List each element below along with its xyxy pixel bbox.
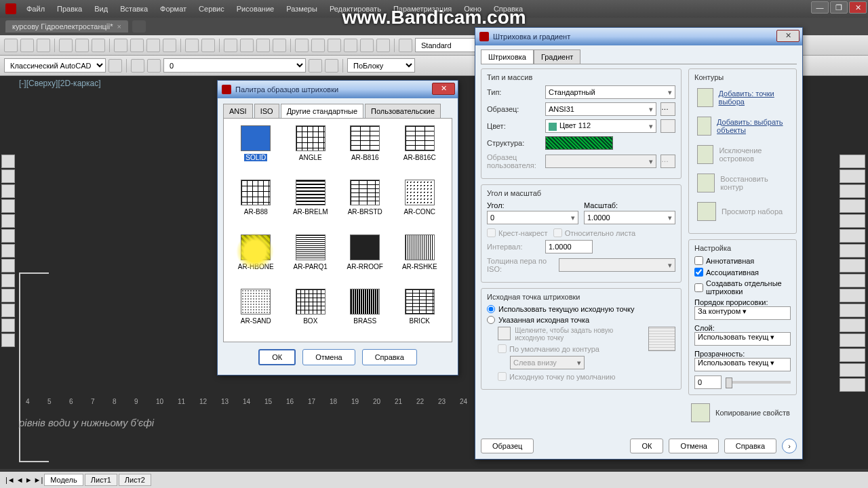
props-icon[interactable] bbox=[295, 39, 309, 52]
origin-current-radio[interactable] bbox=[487, 305, 495, 313]
zoom-window-icon[interactable] bbox=[256, 39, 270, 52]
color-select[interactable]: Цвет 112▾ bbox=[545, 119, 656, 133]
type-select[interactable]: Стандартный▾ bbox=[545, 85, 675, 99]
swatch-arparq1[interactable]: AR-PARQ1 bbox=[285, 235, 336, 281]
layer-filter-icon[interactable] bbox=[147, 59, 161, 73]
workspace-select[interactable]: Классический AutoCAD bbox=[4, 58, 106, 73]
layer-state-icon[interactable] bbox=[325, 59, 338, 73]
polygon-tool-icon[interactable] bbox=[1, 184, 15, 198]
swatch-box[interactable]: BOX bbox=[285, 289, 336, 335]
menu-param[interactable]: Параметризация bbox=[387, 5, 458, 13]
cut-icon[interactable] bbox=[114, 39, 127, 52]
layer-select[interactable]: 0 bbox=[163, 58, 306, 73]
menu-window[interactable]: Окно bbox=[458, 5, 488, 13]
menu-view[interactable]: Вид bbox=[88, 5, 114, 13]
tab-model[interactable]: Модель bbox=[44, 474, 83, 486]
move-tool-icon[interactable] bbox=[840, 229, 865, 243]
match-icon[interactable] bbox=[163, 39, 176, 52]
mtext-tool-icon[interactable] bbox=[1, 333, 15, 347]
pattern-select[interactable]: ANSI31▾ bbox=[545, 102, 656, 116]
menu-modify[interactable]: Редактировать bbox=[323, 5, 387, 13]
swatch-arhbone[interactable]: AR-HBONE bbox=[231, 235, 281, 281]
layer-prev-icon[interactable] bbox=[309, 59, 322, 73]
tab-other[interactable]: Другие стандартные bbox=[281, 104, 363, 118]
transparency-select[interactable]: Использовать текущ ▾ bbox=[694, 358, 791, 371]
scale-tool-icon[interactable] bbox=[840, 259, 865, 272]
tab-nav-first-icon[interactable]: |◄ bbox=[5, 476, 15, 484]
close-icon[interactable]: ✕ bbox=[849, 1, 867, 14]
swatch-arb816c[interactable]: AR-B816C bbox=[395, 125, 446, 171]
publish-icon[interactable] bbox=[92, 39, 105, 52]
bg-color-button[interactable] bbox=[660, 119, 675, 133]
swatch-arconc[interactable]: AR-CONC bbox=[395, 180, 446, 226]
ok-button[interactable]: ОК bbox=[258, 349, 296, 365]
tab-layout1[interactable]: Лист1 bbox=[85, 474, 117, 486]
structure-preview[interactable] bbox=[545, 136, 613, 150]
swatch-arb88[interactable]: AR-B88 bbox=[231, 180, 281, 226]
paste-icon[interactable] bbox=[146, 39, 160, 52]
swatch-arbrstd[interactable]: AR-BRSTD bbox=[340, 180, 391, 226]
circle-tool-icon[interactable] bbox=[1, 229, 15, 243]
join-tool-icon[interactable] bbox=[840, 333, 865, 347]
tab-hatch[interactable]: Штриховка bbox=[481, 49, 534, 64]
table-tool-icon[interactable] bbox=[1, 319, 15, 332]
zoom-prev-icon[interactable] bbox=[273, 39, 286, 52]
swatch-arsand[interactable]: AR-SAND bbox=[231, 289, 281, 335]
rotate-tool-icon[interactable] bbox=[840, 244, 865, 258]
swatch-arrshke[interactable]: AR-RSHKE bbox=[395, 235, 446, 281]
array-tool-icon[interactable] bbox=[840, 214, 865, 228]
doc-tab[interactable]: курсову Гідроелектростанції* × bbox=[5, 20, 128, 33]
zoom-icon[interactable] bbox=[240, 39, 254, 52]
tab-nav-prev-icon[interactable]: ◄ bbox=[16, 476, 24, 484]
help-button[interactable]: Справка bbox=[362, 349, 417, 365]
toolpalettes-icon[interactable] bbox=[328, 39, 341, 52]
rect-tool-icon[interactable] bbox=[1, 199, 15, 213]
sheetset-icon[interactable] bbox=[344, 39, 357, 52]
transparency-slider[interactable] bbox=[726, 381, 791, 384]
swatch-solid[interactable]: SOLID bbox=[231, 125, 281, 171]
menu-edit[interactable]: Правка bbox=[51, 5, 88, 13]
cancel-button[interactable]: Отмена bbox=[302, 349, 355, 365]
pan-icon[interactable] bbox=[224, 39, 237, 52]
color-select[interactable]: ПоБлоку bbox=[347, 58, 415, 73]
mirror-tool-icon[interactable] bbox=[840, 184, 865, 198]
transparency-input[interactable] bbox=[694, 375, 722, 389]
scale-select[interactable]: 1.0000▾ bbox=[584, 211, 675, 224]
origin-custom-radio[interactable] bbox=[487, 316, 495, 324]
point-tool-icon[interactable] bbox=[1, 289, 15, 302]
annotative-checkbox[interactable] bbox=[694, 256, 703, 265]
menu-dim[interactable]: Размеры bbox=[280, 5, 323, 13]
swatch-arb816[interactable]: AR-B816 bbox=[340, 125, 391, 171]
copy-icon[interactable] bbox=[130, 39, 144, 52]
add-objects-button[interactable]: Добавить: выбрать объекты bbox=[694, 114, 791, 138]
tab-user[interactable]: Пользовательские bbox=[365, 104, 441, 118]
line-tool-icon[interactable] bbox=[1, 155, 15, 168]
preview-icon[interactable] bbox=[75, 39, 89, 52]
layer-icon[interactable] bbox=[131, 59, 144, 73]
expand-dialog-button[interactable]: › bbox=[782, 439, 797, 453]
swatch-arbrelm[interactable]: AR-BRELM bbox=[285, 180, 336, 226]
tab-ansi[interactable]: ANSI bbox=[223, 104, 253, 118]
help-button[interactable]: Справка bbox=[724, 439, 776, 453]
region-tool-icon[interactable] bbox=[1, 304, 15, 317]
undo-icon[interactable] bbox=[185, 39, 199, 52]
ellipse-tool-icon[interactable] bbox=[1, 259, 15, 272]
associative-checkbox[interactable] bbox=[694, 268, 703, 277]
open-icon[interactable] bbox=[20, 39, 34, 52]
print-icon[interactable] bbox=[59, 39, 73, 52]
dialog-titlebar[interactable]: Штриховка и градиент ✕ bbox=[475, 28, 802, 45]
tab-nav-last-icon[interactable]: ►| bbox=[34, 476, 43, 484]
swatch-arrroof[interactable]: AR-RROOF bbox=[340, 235, 391, 281]
close-tab-icon[interactable]: × bbox=[117, 22, 121, 30]
text-icon[interactable] bbox=[399, 39, 412, 52]
qcalc-icon[interactable] bbox=[376, 39, 390, 52]
extend-tool-icon[interactable] bbox=[840, 304, 865, 317]
pattern-browse-button[interactable]: … bbox=[660, 102, 675, 116]
trim-tool-icon[interactable] bbox=[840, 289, 865, 302]
ok-button[interactable]: ОК bbox=[630, 439, 663, 453]
pline-tool-icon[interactable] bbox=[1, 169, 15, 183]
menu-help[interactable]: Справка bbox=[488, 5, 529, 13]
swatch-angle[interactable]: ANGLE bbox=[285, 125, 336, 171]
viewport-label[interactable]: [-][Сверху][2D-каркас] bbox=[19, 79, 101, 88]
layer-select[interactable]: Использовать текущ ▾ bbox=[694, 332, 791, 346]
